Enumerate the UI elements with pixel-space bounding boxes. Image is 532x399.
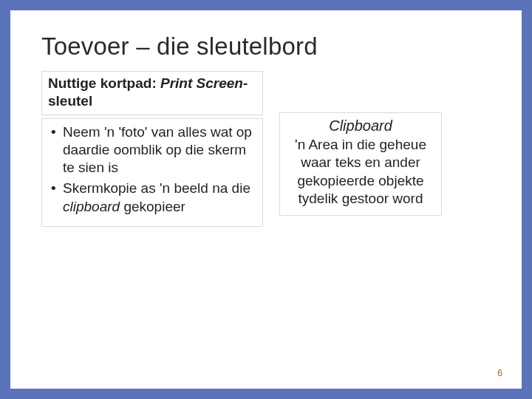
callout-body: 'n Area in die geheue waar teks en ander… (289, 136, 432, 208)
bullet-list: Neem 'n 'foto' van alles wat op daardie … (41, 118, 263, 228)
subhead-italic: Print Screen (160, 75, 243, 91)
list-item: Neem 'n 'foto' van alles wat op daardie … (50, 123, 255, 177)
page-number: 6 (497, 368, 502, 378)
shortcut-subhead: Nuttige kortpad: Print Screen-sleutel (41, 71, 263, 115)
bullet-text-before: Skermkopie as 'n beeld na die (63, 180, 250, 196)
callout-title: Clipboard (289, 117, 432, 134)
subhead-dash: - (243, 75, 248, 91)
list-item: Skermkopie as 'n beeld na die clipboard … (50, 180, 255, 216)
bullet-text: Neem 'n 'foto' van alles wat op daardie … (63, 124, 252, 176)
content-row: Nuttige kortpad: Print Screen-sleutel Ne… (41, 71, 491, 227)
right-column: Clipboard 'n Area in die geheue waar tek… (279, 112, 442, 216)
bullet-text-after: gekopieer (120, 199, 185, 214)
slide-title: Toevoer – die sleutelbord (41, 33, 491, 61)
subhead-line2: sleutel (48, 93, 92, 109)
subhead-bold-prefix: Nuttige kortpad: (48, 75, 160, 91)
bullet-italic: clipboard (63, 199, 120, 214)
left-column: Nuttige kortpad: Print Screen-sleutel Ne… (41, 71, 263, 227)
clipboard-callout: Clipboard 'n Area in die geheue waar tek… (279, 112, 442, 216)
slide: Toevoer – die sleutelbord Nuttige kortpa… (0, 0, 532, 399)
